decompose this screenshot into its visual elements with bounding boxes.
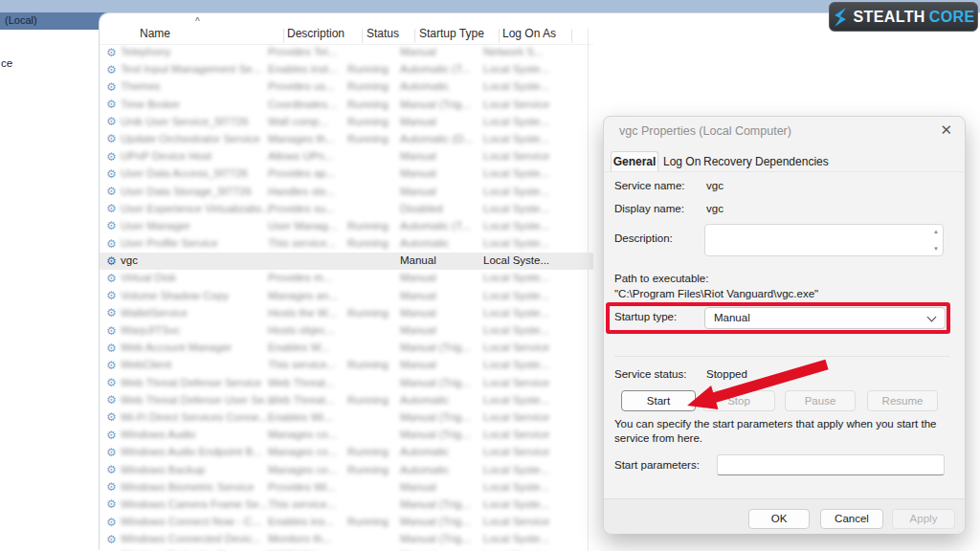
service-row[interactable]: ⚙ User Profile Service This service... R… [100, 235, 593, 253]
service-logon-as: Local Syste... [483, 394, 549, 406]
service-description: Wall comp... [268, 116, 328, 127]
start-button[interactable]: Start [621, 390, 696, 411]
service-row[interactable]: ⚙ Time Broker Coordinates... Running Man… [100, 97, 593, 114]
service-row[interactable]: ⚙ Windows Connected Devic... Monitors th… [100, 531, 593, 548]
service-row[interactable]: ⚙ Web Threat Defense Service Web Threat.… [100, 375, 593, 392]
dialog-footer: OK Cancel Apply [604, 498, 965, 534]
service-row[interactable]: ⚙ WarpJITSvc Hosts objec... Manual Local… [100, 322, 593, 340]
resume-button[interactable]: Resume [867, 390, 938, 411]
description-field[interactable]: ▲ ▼ [704, 224, 944, 256]
tab-dependencies[interactable]: Dependencies [755, 155, 829, 168]
column-divider[interactable] [571, 29, 572, 43]
service-row[interactable]: ⚙ Text Input Management Se... Enables in… [100, 61, 593, 78]
service-row[interactable]: ⚙ Themes Provides us... Running Automati… [100, 78, 593, 96]
service-startup-type: Manual [400, 254, 436, 266]
service-startup-type: Manual [400, 167, 436, 179]
service-logon-as: Local Syste... [483, 254, 549, 266]
service-row[interactable]: ⚙ User Data Access_5f7726 Provides ap...… [100, 165, 593, 183]
column-header-status[interactable]: Status [367, 27, 399, 40]
service-name: Windows Audio Endpoint B... [121, 446, 262, 457]
service-gear-icon: ⚙ [106, 202, 117, 215]
service-row[interactable]: ⚙ Unik User Service_5f7726 Wall comp... … [100, 114, 593, 131]
path-value: "C:\Program Files\Riot Vanguard\vgc.exe" [614, 288, 818, 299]
service-description: Coordinates... [268, 99, 337, 110]
apply-button[interactable]: Apply [892, 509, 955, 529]
service-gear-icon: ⚙ [106, 167, 117, 181]
service-name: Windows Connect Now - C... [121, 516, 261, 527]
service-row[interactable]: ⚙ Windows Connect Now - C... Enables ins… [100, 514, 593, 531]
service-logon-as: Local Syste... [483, 133, 549, 144]
service-name: Wi-Fi Direct Services Conne... [121, 411, 268, 423]
start-parameters-input[interactable] [717, 454, 945, 475]
close-icon[interactable]: ✕ [940, 121, 952, 139]
service-gear-icon: ⚙ [106, 254, 117, 268]
scroll-down-icon[interactable]: ▼ [933, 246, 939, 252]
cancel-button[interactable]: Cancel [820, 509, 883, 529]
service-startup-type: Manual (Trig... [400, 342, 471, 353]
tab-recovery[interactable]: Recovery [703, 155, 752, 168]
service-row[interactable]: ⚙ Windows Backup Manages co... Running A… [100, 462, 593, 479]
service-gear-icon: ⚙ [106, 376, 117, 389]
service-name: Web Threat Defense User Se... [121, 394, 274, 406]
service-startup-type: Manual (Trig... [400, 429, 471, 440]
service-name: User Experience Virtualizatio... [121, 203, 271, 214]
service-row[interactable]: ⚙ Telephony Provides Tel... Manual Netwo… [100, 44, 593, 61]
service-row[interactable]: ⚙ Windows Biometric Service Provides Wi.… [100, 479, 593, 496]
service-gear-icon: ⚙ [106, 480, 117, 494]
service-description: Monitors th... [268, 533, 331, 544]
pause-button[interactable]: Pause [785, 390, 856, 411]
service-description: Manages th... [268, 133, 335, 144]
service-row[interactable]: ⚙ Windows Audio Manages co... Manual (Tr… [100, 427, 593, 444]
scroll-up-icon[interactable]: ▲ [933, 229, 939, 234]
service-name: User Data Access_5f7726 [121, 167, 248, 179]
service-name: Themes [121, 80, 161, 92]
tab-log-on[interactable]: Log On [663, 155, 701, 168]
service-logon-as: Local Syste... [483, 220, 549, 231]
service-logon-as: Local Service [483, 150, 549, 162]
stop-button[interactable]: Stop [702, 390, 775, 411]
service-description: This service... [268, 498, 336, 510]
service-row[interactable]: ⚙ Web Account Manager Enables W... Manua… [100, 340, 593, 357]
service-row[interactable]: ⚙ vgc Manual Local Syste... [100, 253, 593, 270]
service-gear-icon: ⚙ [106, 463, 117, 476]
service-row[interactable]: ⚙ Volume Shadow Copy Manages an... Manua… [100, 288, 593, 305]
column-header-startup-type[interactable]: Startup Type [419, 27, 484, 40]
column-header-description[interactable]: Description [287, 27, 345, 40]
service-logon-as: Local Service [483, 411, 549, 423]
column-divider[interactable] [499, 29, 500, 43]
service-startup-type: Manual [400, 150, 436, 162]
column-divider[interactable] [362, 29, 363, 43]
column-divider[interactable] [283, 29, 284, 43]
service-row[interactable]: ⚙ WalletService Hosts the W... Running M… [100, 305, 593, 322]
service-row[interactable]: ⚙ WebClient This service... Running Manu… [100, 357, 593, 374]
service-row[interactable]: ⚙ Windows Audio Endpoint B... Manages co… [100, 444, 593, 461]
service-startup-type: Manual [400, 116, 436, 127]
service-row[interactable]: ⚙ Wi-Fi Direct Services Conne... Enables… [100, 409, 593, 427]
service-row[interactable]: ⚙ Windows Camera Frame Se... This servic… [100, 496, 593, 514]
service-row[interactable]: ⚙ User Data Storage_5f7726 Handles sto..… [100, 184, 593, 201]
service-row[interactable]: ⚙ User Experience Virtualizatio... Provi… [100, 201, 593, 218]
service-row[interactable]: ⚙ User Manager User Manag... Running Aut… [100, 218, 593, 235]
service-name-value: vgc [706, 180, 724, 191]
tab-general[interactable]: General [611, 151, 658, 172]
service-gear-icon: ⚙ [106, 516, 117, 529]
startup-type-label: Startup type: [614, 311, 677, 322]
column-header-logon-as[interactable]: Log On As [502, 27, 556, 40]
startup-type-dropdown[interactable]: Manual [704, 307, 946, 329]
service-row[interactable]: ⚙ UPnP Device Host Allows UPn... Manual … [100, 148, 593, 165]
service-status: Running [347, 116, 389, 127]
service-gear-icon: ⚙ [106, 410, 117, 424]
service-row[interactable]: ⚙ Web Threat Defense User Se... Web Thre… [100, 392, 593, 409]
service-row[interactable]: ⚙ Virtual Disk Provides m... Manual Loca… [100, 270, 593, 287]
service-row[interactable]: ⚙ Update Orchestrator Service Manages th… [100, 131, 593, 148]
service-logon-as: Local Syste... [483, 359, 549, 370]
service-description: Manages co... [268, 446, 337, 457]
service-description: Hosts objec... [268, 324, 335, 336]
service-status: Running [347, 516, 389, 527]
ok-button[interactable]: OK [748, 509, 810, 529]
service-name: Windows Camera Frame Se... [121, 498, 268, 510]
service-gear-icon: ⚙ [106, 219, 117, 232]
column-header-name[interactable]: Name [140, 27, 170, 40]
column-divider[interactable] [414, 29, 415, 43]
service-logon-as: Local Syste... [483, 203, 549, 214]
